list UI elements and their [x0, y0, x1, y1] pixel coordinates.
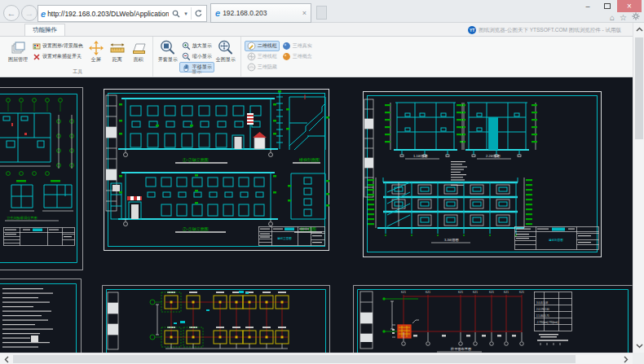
caption-elevation-1: ①-⑦轴立面图: [183, 157, 209, 163]
detail-strip: [108, 292, 118, 349]
svg-text:KZ1: KZ1: [473, 291, 478, 294]
wireframe-2d-icon: [247, 42, 256, 50]
home-icon[interactable]: ⌂: [610, 13, 615, 22]
elevation-front: ①-⑦轴立面图: [118, 90, 283, 163]
sheet-foundation-plan: [102, 285, 330, 353]
realistic-3d-button[interactable]: 三维真实: [280, 41, 315, 51]
svg-text:KZ1: KZ1: [504, 291, 509, 294]
sheet-notes: [0, 278, 82, 353]
area-button[interactable]: 面积: [128, 38, 149, 63]
distance-button[interactable]: 距离: [107, 38, 128, 63]
conceptual-3d-label: 三维概念: [293, 53, 312, 60]
url-text: http://192.168.0.203/DLWeb/Application/Y…: [47, 10, 169, 18]
vertical-scroll-thumb[interactable]: [635, 37, 643, 139]
scroll-down-icon[interactable]: [633, 340, 644, 352]
maximize-icon: [604, 3, 611, 9]
set-osnap-button[interactable]: 设置对象捕捉开关: [29, 51, 86, 62]
column-grid: [404, 295, 522, 332]
browser-tab[interactable]: e 192.168.0.203 ×: [210, 3, 311, 23]
svg-text:KZ1: KZ1: [426, 291, 430, 294]
title-block: [4, 228, 75, 246]
caption-main-section: 3-3剖面图: [444, 238, 459, 242]
horizontal-scroll-thumb[interactable]: [13, 355, 576, 363]
forward-button[interactable]: →: [21, 5, 37, 21]
caption-section-2: 2-2剖面图: [486, 154, 501, 158]
scroll-left-icon[interactable]: [1, 353, 12, 364]
hidden-3d-button[interactable]: 三维隐藏: [245, 62, 280, 72]
caption-elevation-2: ⑦-①轴立面图: [183, 226, 209, 232]
zoom-extents-label: 全图显示: [216, 57, 236, 63]
group-tools: 图层管理 设置图形/背景颜色 设置对象捕捉开关: [3, 37, 153, 77]
color-palette-icon: [32, 42, 41, 50]
ribbon-body: 图层管理 设置图形/背景颜色 设置对象捕捉开关: [0, 36, 633, 77]
settings-gear-icon[interactable]: [632, 12, 640, 22]
zoom-window-label: 开窗显示: [158, 57, 178, 63]
vertical-scrollbar[interactable]: [633, 23, 644, 353]
detail-plan-1: [10, 180, 34, 211]
new-tab-button[interactable]: [316, 6, 327, 20]
close-button[interactable]: ×: [617, 0, 642, 12]
refresh-icon[interactable]: [193, 7, 204, 20]
zoom-in-button[interactable]: 放大显示: [179, 41, 214, 51]
horizontal-scrollbar[interactable]: [0, 353, 633, 364]
zoom-in-label: 放大显示: [192, 42, 212, 50]
zoom-extents-button[interactable]: 全图显示: [214, 38, 237, 63]
wireframe-3d-label: 三维线框: [258, 53, 277, 60]
wireframe-2d-label: 二维线框: [258, 42, 277, 50]
ribbon: 功能操作 YT 图纸浏览器-公图天下 YTSSOFT.COM 图纸浏览控件 - …: [0, 23, 633, 77]
svg-text:2 4.176 2.60: 2 4.176 2.60: [536, 308, 549, 311]
notes-lines: [2, 288, 53, 348]
zoom-out-button[interactable]: 缩小显示: [179, 51, 214, 62]
group-label-tools: 工具: [3, 68, 152, 76]
svg-text:KZ1: KZ1: [401, 291, 406, 294]
ruler-icon: [108, 39, 126, 56]
conceptual-3d-button[interactable]: 三维概念: [280, 51, 315, 62]
tools-small-buttons: 设置图形/背景颜色 设置对象捕捉开关: [29, 38, 86, 62]
visual-style-col1: 二维线框 三维线框 三维隐藏: [245, 38, 280, 72]
conceptual-sphere-icon: [282, 52, 291, 61]
partial-floor-plan: [0, 113, 51, 166]
hidden-3d-icon: [247, 63, 256, 72]
scrollbar-corner: [633, 353, 644, 364]
svg-text:1 1.060 5.75: 1 1.060 5.75: [536, 314, 549, 318]
fullscreen-button[interactable]: 全屏: [86, 38, 107, 63]
minimize-button[interactable]: –: [578, 0, 598, 12]
sheet-elevations: ①-⑦轴立面图 楼梯剖面图 ⑦-①轴立面图: [104, 89, 329, 251]
wireframe-2d-button[interactable]: 二维线框: [245, 41, 280, 51]
display-small-buttons: 放大显示 缩小显示 平移显示: [179, 38, 214, 72]
group-display: 开窗显示 放大显示 缩小显示: [153, 37, 241, 77]
column-labels: KZ1 KZ1 KZ1 KZ1 KZ1 KZ1 KZ1: [401, 291, 524, 294]
cad-viewport[interactable]: 卫生间预留洞位置图: [0, 77, 633, 353]
dropdown-icon[interactable]: ▾: [183, 7, 189, 20]
title-block: 建筑剖面图: [515, 227, 599, 250]
main-section: 3-3剖面图: [368, 178, 532, 243]
layer-manage-label: 图层管理: [8, 57, 28, 63]
tab-close-icon[interactable]: ×: [302, 9, 307, 17]
area-polygon-icon: [130, 39, 148, 56]
layers-icon: [9, 39, 27, 56]
trial-text: 图纸浏览器-公图天下 YTSSOFT.COM 图纸浏览控件 - 试用版: [479, 27, 621, 34]
address-bar[interactable]: e http://192.168.0.203/DLWeb/Application…: [37, 5, 207, 22]
svg-text:KZ1: KZ1: [458, 291, 463, 294]
footings-row-2: [165, 327, 289, 344]
sheet-sections: 1-1剖面图 2-2剖面图: [363, 91, 602, 257]
zoom-in-icon: [182, 42, 191, 50]
back-button[interactable]: ←: [3, 5, 20, 21]
scroll-up-icon[interactable]: [633, 24, 644, 35]
favorites-icon[interactable]: ☆: [620, 13, 627, 22]
zoom-extents-icon: [217, 39, 235, 56]
wireframe-3d-icon: [247, 52, 256, 61]
layer-manage-button[interactable]: 图层管理: [7, 38, 29, 63]
ribbon-tab-operations[interactable]: 功能操作: [24, 24, 65, 36]
maximize-button[interactable]: [598, 0, 617, 12]
axis-bubbles: [150, 300, 162, 340]
scroll-right-icon[interactable]: [620, 353, 632, 364]
zoom-window-button[interactable]: 开窗显示: [157, 38, 179, 63]
title-block-name: 建筑剖面图: [548, 238, 563, 242]
set-bg-color-button[interactable]: 设置图形/背景颜色: [29, 41, 86, 51]
sheet-plan-details: 卫生间预留洞位置图: [0, 87, 83, 270]
search-icon[interactable]: [170, 7, 181, 20]
sheet-caption: 卫生间预留洞位置图: [7, 216, 37, 221]
tab-title: 192.168.0.203: [223, 9, 267, 17]
wireframe-3d-button[interactable]: 三维线框: [245, 51, 280, 62]
